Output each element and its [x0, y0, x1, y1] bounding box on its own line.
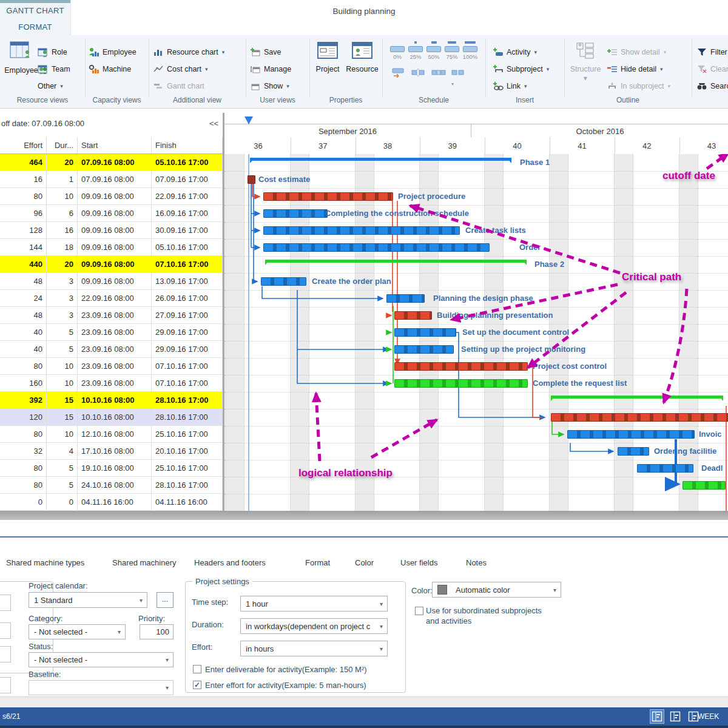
filter-button[interactable]: Filter	[696, 45, 727, 59]
table-row[interactable]: 0004.11.16 16:0004.11.16 16:00	[0, 494, 223, 511]
cell-dur[interactable]: 20	[47, 154, 78, 170]
gantt-bar-create-the-order-plan[interactable]	[261, 277, 306, 286]
baseline-select[interactable]: ▾	[29, 680, 174, 695]
cell-effort[interactable]: 40	[0, 324, 47, 340]
table-row[interactable]: 80519.10.16 08:0025.10.16 17:00	[0, 460, 223, 477]
cell-start[interactable]: 07.09.16 08:00	[78, 171, 152, 187]
table-row[interactable]: 80524.10.16 08:0028.10.16 17:00	[0, 477, 223, 494]
cell-finish[interactable]: 28.10.16 17:00	[152, 409, 223, 425]
cell-effort[interactable]: 48	[0, 307, 47, 323]
cell-start[interactable]: 17.10.16 08:00	[78, 443, 152, 459]
cell-dur[interactable]: 3	[47, 273, 78, 289]
cell-start[interactable]: 09.09.16 08:00	[78, 239, 152, 255]
table-row[interactable]: 32417.10.16 08:0020.10.16 17:00	[0, 443, 223, 460]
cell-start[interactable]: 19.10.16 08:00	[78, 460, 152, 476]
cell-effort[interactable]: 392	[0, 392, 47, 408]
split-options-button[interactable]: ▾	[451, 67, 467, 80]
gantt-bar-order[interactable]	[263, 243, 490, 252]
detail-tab-color[interactable]: Color	[355, 558, 374, 567]
table-row[interactable]: 801009.09.16 08:0022.09.16 17:00	[0, 188, 223, 205]
cell-effort[interactable]: 0	[0, 494, 47, 510]
cell-start[interactable]: 12.10.16 08:00	[78, 426, 152, 442]
column-header-dur[interactable]: Dur...	[47, 137, 78, 153]
gantt-bar-project-procedure[interactable]	[263, 192, 393, 201]
cell-dur[interactable]: 18	[47, 239, 78, 255]
cell-dur[interactable]: 10	[47, 358, 78, 374]
cell-finish[interactable]: 30.09.16 17:00	[152, 222, 223, 238]
detail-tab-headers-and-footers[interactable]: Headers and footers	[194, 558, 266, 567]
cell-finish[interactable]: 25.10.16 17:00	[152, 460, 223, 476]
progress-0-button[interactable]: 0%	[389, 41, 406, 62]
cell-start[interactable]: 23.09.16 08:00	[78, 324, 152, 340]
horizontal-scroll-area[interactable]	[0, 511, 728, 520]
left-clipped-field[interactable]	[0, 646, 11, 662]
cell-dur[interactable]: 1	[47, 171, 78, 187]
category-select[interactable]: - Not selected -▾	[29, 624, 126, 639]
detail-tab-user-fields[interactable]: User fields	[400, 558, 437, 567]
cell-effort[interactable]: 32	[0, 443, 47, 459]
join-activity-button[interactable]	[431, 67, 447, 80]
table-row[interactable]: 48309.09.16 08:0013.09.16 17:00	[0, 273, 223, 290]
cell-dur[interactable]: 5	[47, 477, 78, 493]
table-row[interactable]: 4642007.09.16 08:0005.10.16 17:00	[0, 154, 223, 171]
cell-start[interactable]: 22.09.16 08:00	[78, 290, 152, 306]
manage-button[interactable]: Manage	[250, 62, 291, 76]
project-button[interactable]: Project	[312, 39, 343, 93]
cell-finish[interactable]: 28.10.16 17:00	[152, 392, 223, 408]
save-button[interactable]: Save	[250, 45, 281, 59]
deliverable-checkbox[interactable]	[193, 665, 201, 673]
progress-25-button[interactable]: 25%	[407, 41, 424, 62]
cell-start[interactable]: 09.09.16 08:00	[78, 188, 152, 204]
table-row[interactable]: 1281609.09.16 08:0030.09.16 17:00	[0, 222, 223, 239]
table-row[interactable]: 48323.09.16 08:0027.09.16 17:00	[0, 307, 223, 324]
cell-effort[interactable]: 80	[0, 188, 47, 204]
machine-button[interactable]: Machine	[89, 62, 131, 76]
cell-effort[interactable]: 80	[0, 426, 47, 442]
cell-dur[interactable]: 4	[47, 443, 78, 459]
status-chart-icon[interactable]	[687, 710, 700, 723]
color-select[interactable]: Automatic color▾	[432, 582, 561, 598]
cell-dur[interactable]: 10	[47, 375, 78, 391]
cell-dur[interactable]: 16	[47, 222, 78, 238]
resource-button[interactable]: Resource	[345, 39, 380, 93]
left-clipped-field[interactable]	[0, 622, 11, 639]
cell-effort[interactable]: 16	[0, 171, 47, 187]
table-row[interactable]: 96609.09.16 08:0016.09.16 17:00	[0, 205, 223, 222]
project-calendar-select[interactable]: 1 Standard▾	[29, 592, 147, 608]
cell-finish[interactable]: 16.09.16 17:00	[152, 205, 223, 221]
cell-dur[interactable]: 10	[47, 426, 78, 442]
detail-tab-notes[interactable]: Notes	[466, 558, 487, 567]
team-button[interactable]: Team	[38, 62, 70, 76]
split-activity-button[interactable]	[411, 67, 427, 80]
gantt-bar-completing-the-construction-schedule[interactable]	[263, 209, 328, 218]
detail-tab-shared-machine-types[interactable]: Shared machine types	[6, 558, 84, 567]
cell-finish[interactable]: 28.10.16 17:00	[152, 477, 223, 493]
cell-effort[interactable]: 80	[0, 477, 47, 493]
gantt-bar-deadl[interactable]	[637, 464, 693, 473]
status-table-icon[interactable]	[669, 710, 682, 723]
gantt-bar-setting-up-the-project-monitoring[interactable]	[394, 345, 454, 354]
cell-effort[interactable]: 160	[0, 375, 47, 391]
cell-start[interactable]: 10.10.16 08:00	[78, 392, 152, 408]
gantt-bar-planning-the-design-phase[interactable]	[386, 294, 425, 303]
cell-start[interactable]: 23.09.16 08:00	[78, 358, 152, 374]
gantt-bar-project-cost-control[interactable]	[394, 362, 528, 371]
move-activity-button[interactable]	[391, 67, 407, 80]
status-select[interactable]: - Not selected -▾	[29, 652, 174, 667]
subproject-button[interactable]: Subproject▾	[493, 62, 549, 76]
employee-button[interactable]: Employee	[4, 39, 39, 93]
cell-dur[interactable]: 5	[47, 460, 78, 476]
cell-finish[interactable]: 07.09.16 17:00	[152, 171, 223, 187]
column-header-start[interactable]: Start	[78, 137, 152, 153]
cell-dur[interactable]: 10	[47, 188, 78, 204]
cell-finish[interactable]: 22.09.16 17:00	[152, 188, 223, 204]
cell-finish[interactable]: 04.11.16 16:00	[152, 494, 223, 510]
cell-start[interactable]: 07.09.16 08:00	[78, 154, 152, 170]
gantt-bar-item[interactable]	[682, 481, 726, 490]
show-button[interactable]: Show▾	[250, 79, 289, 93]
cell-start[interactable]: 09.09.16 08:00	[78, 205, 152, 221]
cell-effort[interactable]: 120	[0, 409, 47, 425]
gantt-bar-item[interactable]	[551, 413, 728, 422]
table-row[interactable]: 4402009.09.16 08:0007.10.16 17:00	[0, 256, 223, 273]
link-button[interactable]: Link▾	[493, 79, 527, 93]
